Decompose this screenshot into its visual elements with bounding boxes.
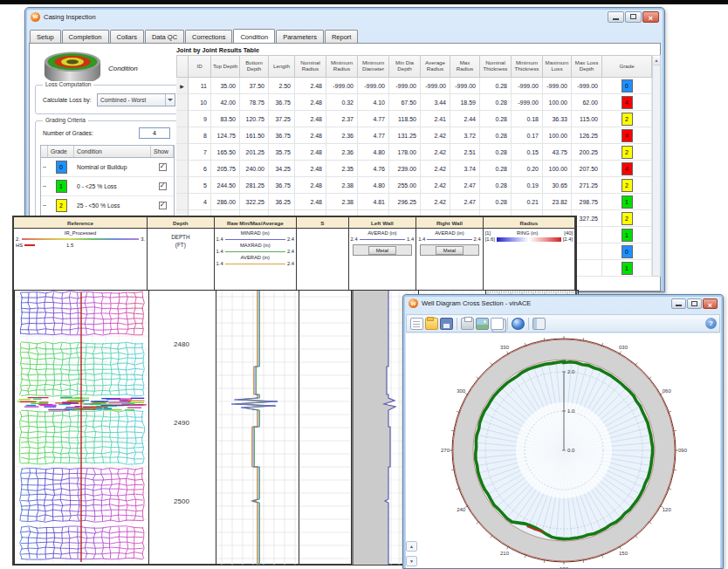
grade-chip: 1 (622, 195, 633, 209)
table-row[interactable]: ▶1135.0037.502.502.48-999.00-999.00-999.… (176, 78, 661, 94)
tab-condition[interactable]: Condition (233, 29, 275, 43)
maximize-button[interactable] (625, 11, 642, 23)
tab-data-qc[interactable]: Data QC (145, 30, 184, 43)
cell-value: 0.19 (512, 177, 543, 194)
scroll-up-button[interactable]: ▲ (406, 541, 417, 552)
radial-tick-label: 1.0 (567, 408, 575, 414)
cell-id: 11 (189, 78, 211, 94)
track-header: S (297, 217, 349, 229)
panel-view-icon[interactable] (532, 318, 546, 330)
cell-grade: 0 (602, 243, 652, 260)
cell-id: 7 (189, 144, 211, 161)
print-icon[interactable] (461, 318, 474, 330)
table-scrollbar[interactable]: ▲ (652, 55, 661, 277)
grade-chip: 4 (622, 162, 633, 175)
cell-value: 2.36 (326, 127, 358, 144)
main-titlebar[interactable]: Casing Inspection (25, 8, 664, 25)
close-button[interactable] (703, 298, 718, 309)
cell-value: 178.00 (389, 144, 421, 161)
close-button[interactable] (642, 11, 659, 23)
cell-value: 2.36 (326, 144, 358, 161)
maximize-button[interactable] (687, 298, 702, 309)
cell-grade: 4 (602, 127, 652, 144)
tab-parameters[interactable]: Parameters (276, 30, 324, 43)
new-icon[interactable] (410, 318, 423, 330)
cell-value: 4.81 (358, 194, 389, 210)
row-selector[interactable] (176, 161, 189, 177)
grade-chip: 2 (622, 113, 633, 126)
globe-icon[interactable] (512, 318, 525, 330)
grading-col-header: Grade (48, 146, 74, 157)
save-icon[interactable] (440, 318, 453, 330)
table-row[interactable]: 7165.50201.2535.752.482.364.80178.002.42… (176, 144, 661, 161)
toolbar-separator (507, 318, 508, 330)
log-legend-row: IR_Processed2.3.HS1.5DEPTH(FT)MINRAD (in… (14, 229, 575, 290)
image-export-icon[interactable] (476, 318, 489, 330)
cell-value: 2.42 (421, 127, 450, 144)
cell-value: 298.75 (572, 194, 602, 210)
toolbar-separator (457, 318, 457, 330)
row-selector[interactable] (176, 94, 189, 111)
num-grades-input[interactable]: 4 (139, 127, 170, 139)
cell-value: 286.00 (211, 194, 240, 210)
angle-label: 120 (663, 507, 672, 512)
calc-loss-value: Combined - Worst (98, 97, 165, 103)
row-selector[interactable] (176, 111, 189, 127)
calc-loss-combo[interactable]: Combined - Worst (97, 93, 175, 106)
cross-window-title: Well Diagram Cross Section - vinACE (422, 299, 531, 307)
results-col-header: Length (269, 55, 295, 78)
track-legend: DEPTH(FT) (148, 229, 215, 290)
cell-value: 2.35 (326, 161, 358, 177)
cross-titlebar[interactable]: Well Diagram Cross Section - vinACE (403, 295, 723, 312)
grade-chip: 4 (622, 129, 633, 142)
minimize-button[interactable] (671, 298, 686, 309)
help-icon[interactable] (705, 318, 717, 329)
table-row[interactable]: 5244.50281.2536.752.482.384.80255.002.42… (176, 177, 661, 194)
table-row[interactable]: 6205.75240.0034.252.482.354.76239.002.42… (176, 161, 661, 177)
row-selector[interactable] (176, 177, 189, 194)
grading-row[interactable]: 225 - <50 % Loss✓ (41, 196, 174, 216)
track-header: Raw Min/Max/Average (215, 217, 297, 229)
cross-section-client: 0.01.02.00000300600901201501802102402703… (406, 333, 720, 568)
cell-value: 2.44 (450, 111, 480, 127)
grading-row[interactable]: 0Nominal or Buildup✓ (41, 158, 174, 177)
table-row[interactable]: 8124.75161.5036.752.482.364.77131.252.42… (176, 127, 661, 144)
tab-collars[interactable]: Collars (110, 30, 144, 43)
table-row[interactable]: 1042.0078.7536.752.480.324.1067.503.4418… (176, 94, 661, 111)
log-header-row: ReferenceDepthRaw Min/Max/AverageSLeft W… (14, 217, 575, 229)
grade-chip: 2 (622, 179, 633, 192)
row-selector[interactable] (176, 194, 189, 210)
open-folder-icon[interactable] (425, 318, 438, 330)
cell-value: 161.50 (240, 127, 269, 144)
depth-value: 2490 (174, 419, 189, 427)
minimize-button[interactable] (608, 11, 624, 23)
cell-id: 9 (189, 111, 211, 127)
tab-setup[interactable]: Setup (30, 30, 61, 43)
table-row[interactable]: 4286.00322.2536.252.482.384.81296.252.42… (176, 194, 661, 210)
tab-report[interactable]: Report (325, 30, 359, 43)
cell-value: 36.75 (269, 94, 295, 111)
row-selector[interactable]: ▶ (176, 78, 189, 94)
cell-value: 4.10 (358, 94, 389, 111)
row-selector[interactable] (176, 144, 189, 161)
copy-icon[interactable] (491, 318, 504, 330)
row-selector[interactable] (176, 127, 189, 144)
show-checkbox[interactable]: ✓ (159, 182, 167, 190)
results-table-title: Joint by Joint Results Table (176, 46, 259, 54)
cell-value: 115.00 (572, 111, 602, 127)
tab-corrections[interactable]: Corrections (185, 30, 232, 43)
scroll-up-icon[interactable]: ▲ (653, 56, 660, 65)
show-checkbox[interactable]: ✓ (159, 202, 167, 209)
tab-completion[interactable]: Completion (62, 30, 109, 43)
cell-value: 131.25 (389, 127, 421, 144)
cell-value: 124.75 (211, 127, 240, 144)
results-col-header: Grade (602, 55, 652, 78)
table-row[interactable]: 983.50120.7537.252.482.374.77118.502.412… (176, 111, 661, 127)
show-checkbox[interactable]: ✓ (159, 163, 167, 171)
grade-chip: 2 (56, 199, 67, 212)
results-col-header: ID (189, 55, 211, 78)
grade-chip: 2 (622, 212, 633, 225)
scroll-down-button[interactable]: ▼ (406, 556, 417, 566)
grading-row[interactable]: 10 - <25 % Loss✓ (41, 177, 174, 196)
metal-fill-legend: Metal (353, 244, 413, 256)
